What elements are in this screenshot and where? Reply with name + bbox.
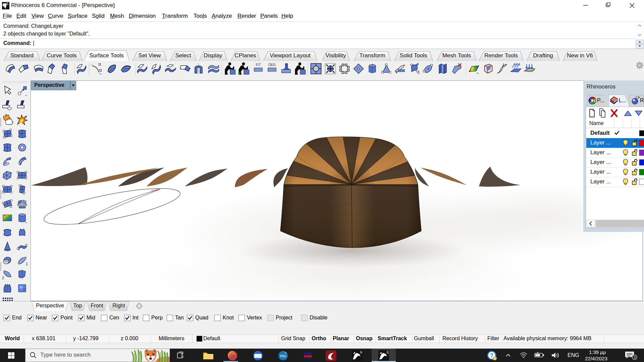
svg-text:GRBL: GRBL — [304, 352, 312, 355]
svg-text:mu: mu — [280, 353, 286, 358]
svg-text:DEG: DEG — [268, 63, 276, 67]
svg-text:6: 6 — [6, 2, 8, 6]
svg-text:3: 3 — [634, 355, 636, 359]
svg-text:6: 6 — [387, 351, 389, 354]
svg-text:i: i — [494, 357, 495, 360]
svg-text:LASER: LASER — [305, 357, 311, 359]
svg-text:2: 2 — [2, 276, 4, 280]
svg-text:FIT: FIT — [256, 63, 261, 67]
svg-text:1: 1 — [26, 262, 28, 266]
svg-text:6: 6 — [360, 351, 362, 354]
svg-text:?: ? — [490, 353, 493, 358]
